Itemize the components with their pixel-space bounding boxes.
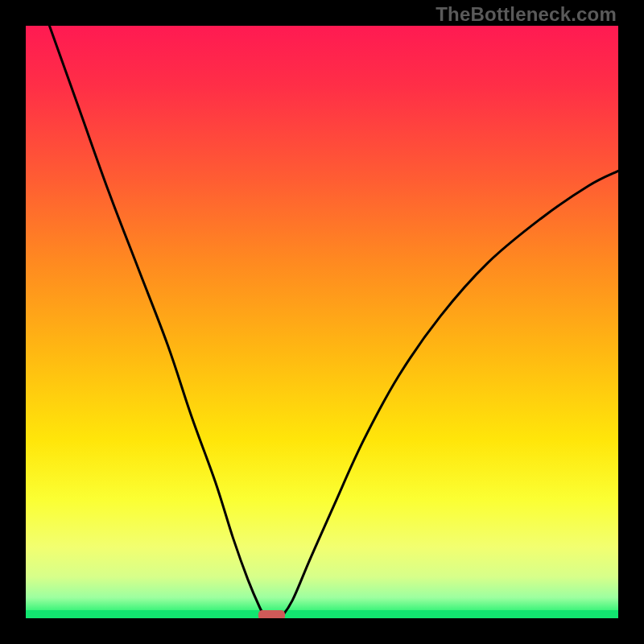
chart-svg — [26, 26, 618, 618]
green-band — [26, 610, 618, 618]
min-marker — [258, 610, 285, 618]
chart-frame: TheBottleneck.com — [0, 0, 644, 644]
plot-area — [26, 26, 618, 618]
watermark-text: TheBottleneck.com — [436, 3, 617, 26]
